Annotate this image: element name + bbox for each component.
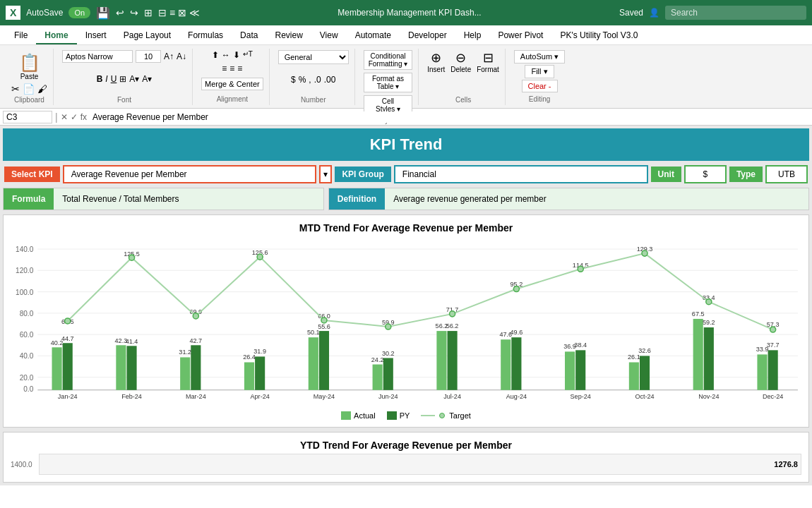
title-bar: X AutoSave On 💾 ↩ ↪ ⊞ ⊟ ≡ ⊠ ≪ Membership… [0,0,812,25]
bar-may-actual [309,337,318,390]
number-label: Number [301,96,326,104]
confirm-formula-icon[interactable]: ✓ [71,112,78,122]
svg-text:59.2: 59.2 [703,319,715,326]
tab-review[interactable]: Review [266,28,311,44]
mtd-chart-title: MTD Trend For Average Revenue per Member [11,222,801,234]
tab-page-layout[interactable]: Page Layout [115,28,179,44]
kpi-select-value[interactable]: Average Revenue per Member [63,165,317,183]
cut-icon[interactable]: ✂ [11,83,20,95]
bar-mar-actual [180,357,190,389]
bar-dec-actual [757,354,767,389]
legend-target: Target [421,411,471,420]
font-grow-icon[interactable]: A↑ [164,52,174,61]
align-center-icon[interactable]: ≡ [229,64,234,73]
underline-button[interactable]: U [111,74,117,84]
svg-text:40.0: 40.0 [20,352,34,360]
font-shrink-icon[interactable]: A↓ [177,52,186,61]
ytd-y-label: 1400.0 [11,461,36,468]
grid-icon[interactable]: ⊞ [144,7,153,18]
format-button[interactable]: ⊟ Format [477,50,499,73]
select-kpi-label: Select KPI [4,167,60,182]
formula-def-row: Formula Total Revenue / Total Members De… [3,188,809,210]
merge-center-button[interactable]: Merge & Center [201,78,263,90]
tab-developer[interactable]: Developer [400,28,455,44]
editing-group: AutoSum ▾ Fill ▾ Clear - Editing [508,49,571,105]
currency-icon[interactable]: $ [291,75,296,85]
italic-button[interactable]: I [105,74,107,84]
wrap-text-icon[interactable]: ↵T [243,50,253,60]
tab-automate[interactable]: Automate [347,28,400,44]
tab-home[interactable]: Home [36,28,76,44]
clear-button[interactable]: Clear - [522,80,558,92]
font-size-input[interactable] [136,50,161,63]
editing-label: Editing [529,95,551,103]
svg-text:24.2: 24.2 [371,356,384,363]
fill-color-button[interactable]: A▾ [129,74,139,84]
number-format-select[interactable]: General [278,50,349,64]
target-point [321,318,327,323]
font-name-input[interactable] [62,50,133,63]
kpi-dropdown-icon[interactable]: ▾ [319,165,332,183]
target-point [513,286,519,292]
tab-insert[interactable]: Insert [77,28,115,44]
autosum-button[interactable]: AutoSum ▾ [514,50,565,64]
border-button[interactable]: ⊞ [119,74,126,84]
align-middle-icon[interactable]: ↔ [222,50,230,60]
svg-text:55.6: 55.6 [318,323,330,330]
increase-decimal-icon[interactable]: .0 [314,75,321,85]
bar-jun-actual [373,365,383,390]
percent-icon[interactable]: % [299,75,306,85]
tab-power-pivot[interactable]: Power Pivot [489,28,551,44]
format-painter-icon[interactable]: 🖌 [37,83,47,95]
tab-pk-utility[interactable]: PK's Utility Tool V3.0 [551,28,646,44]
format-as-table-button[interactable]: Format asTable ▾ [364,73,413,92]
align-top-icon[interactable]: ⬆ [212,50,219,60]
insert-button[interactable]: ⊕ Insert [427,50,445,73]
delete-button[interactable]: ⊖ Delete [450,50,471,73]
format-label: Format [477,66,499,73]
tab-formulas[interactable]: Formulas [179,28,232,44]
bar-apr-actual [244,362,254,389]
align-left-icon[interactable]: ≡ [222,64,227,73]
ribbon-tabs: File Home Insert Page Layout Formulas Da… [0,25,812,45]
legend-actual: Actual [341,411,376,420]
align-right-icon[interactable]: ≡ [237,64,242,73]
bold-button[interactable]: B [97,74,103,84]
insert-function-icon[interactable]: fx [80,112,87,122]
svg-text:42.7: 42.7 [190,337,203,344]
target-point [65,318,71,324]
comma-icon[interactable]: , [309,75,311,85]
bar-feb-py [126,346,136,390]
ytd-chart-container: YTD Trend For Average Revenue per Member… [3,432,809,483]
decrease-decimal-icon[interactable]: .00 [324,75,336,85]
bar-feb-actual [116,345,126,390]
save-icon[interactable]: 💾 [96,6,110,20]
formula-tag: Formula [4,188,54,210]
tab-file[interactable]: File [6,28,36,44]
target-line [68,253,773,329]
formula-input[interactable] [90,111,809,123]
search-input[interactable] [665,6,806,20]
delete-icon: ⊖ [455,50,466,66]
formula-box: Formula Total Revenue / Total Members [3,188,324,210]
font-group: A↑ A↓ B I U ⊞ A▾ A▾ Font [56,49,193,105]
conditional-formatting-button[interactable]: ConditionalFormatting ▾ [364,50,413,70]
cell-reference-input[interactable] [3,111,52,123]
account-icon[interactable]: 👤 [649,8,659,18]
tab-help[interactable]: Help [455,28,490,44]
bar-nov-py [704,327,714,390]
fill-button[interactable]: Fill ▾ [525,65,554,78]
autosave-toggle[interactable]: On [68,7,90,18]
alignment-group: ⬆ ↔ ⬇ ↵T ≡ ≡ ≡ Merge & Center Alignment [196,49,270,105]
font-color-button[interactable]: A▾ [142,74,152,84]
tab-view[interactable]: View [311,28,347,44]
tab-data[interactable]: Data [232,28,266,44]
clipboard-group: 📋 Paste ✂ 📄 🖌 Clipboard [6,49,54,105]
align-bottom-icon[interactable]: ⬇ [233,50,240,60]
redo-icon[interactable]: ↪ [130,7,138,18]
paste-button[interactable]: 📋 Paste [13,50,46,83]
copy-icon[interactable]: 📄 [23,83,35,95]
cancel-formula-icon[interactable]: ✕ [61,112,68,122]
styles-group: ConditionalFormatting ▾ Format asTable ▾… [358,49,419,105]
undo-icon[interactable]: ↩ [116,7,124,18]
